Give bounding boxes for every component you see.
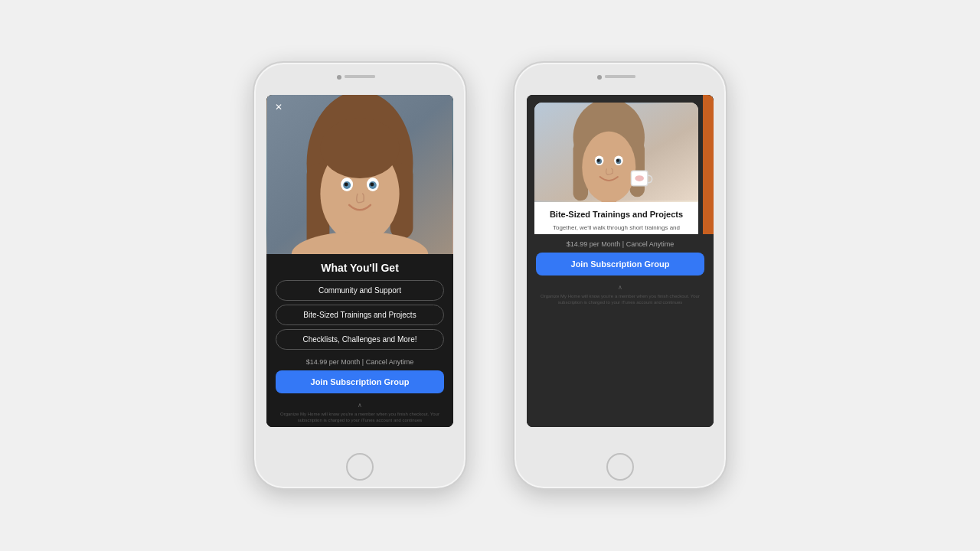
screen2-bottom: $14.99 per Month | Cancel Anytime Join S… (527, 234, 714, 427)
screen2-card-image (534, 103, 698, 202)
phone-screen-1: ✕ (266, 95, 453, 427)
join-button-2[interactable]: Join Subscription Group (536, 253, 704, 276)
screen1-title: What You'll Get (321, 262, 399, 274)
card-title: Bite-Sized Trainings and Projects (542, 210, 691, 219)
close-button-1[interactable]: ✕ (271, 99, 286, 115)
phone-2: Bite-Sized Trainings and Projects Togeth… (513, 61, 727, 490)
chevron-icon-2: ∧ (618, 284, 622, 291)
scene: ✕ (0, 0, 980, 551)
phone-camera-2 (597, 75, 602, 80)
fine-print-1: Organize My Home will know you're a memb… (276, 412, 444, 424)
feature-btn-1[interactable]: Community and Support (276, 280, 444, 301)
phone-speaker-2 (605, 75, 635, 78)
fine-print-2: Organize My Home will know you're a memb… (536, 294, 704, 306)
svg-point-10 (370, 183, 374, 187)
screen2-top-bg: Bite-Sized Trainings and Projects Togeth… (527, 95, 714, 234)
screen2: Bite-Sized Trainings and Projects Togeth… (527, 95, 714, 427)
svg-point-17 (582, 132, 635, 202)
chevron-icon-1: ∧ (358, 402, 362, 409)
svg-point-26 (635, 175, 644, 181)
svg-point-12 (320, 118, 399, 178)
phone-screen-2: Bite-Sized Trainings and Projects Togeth… (527, 95, 714, 427)
face-illustration-1 (266, 95, 453, 254)
price-text-1: $14.99 per Month | Cancel Anytime (306, 358, 413, 366)
phone-home-button-1[interactable] (346, 453, 374, 481)
feature-btn-3[interactable]: Checklists, Challenges and More! (276, 329, 444, 350)
face-illustration-2 (534, 103, 698, 202)
screen1-video: ✕ (266, 95, 453, 254)
card-desc: Together, we'll walk through short train… (542, 223, 691, 234)
screen2-card-body: Bite-Sized Trainings and Projects Togeth… (534, 202, 698, 234)
phone-1: ✕ (253, 61, 467, 490)
svg-rect-24 (602, 201, 616, 202)
screen2-card: Bite-Sized Trainings and Projects Togeth… (534, 103, 698, 234)
svg-point-9 (345, 183, 348, 187)
phone-home-button-2[interactable] (606, 453, 634, 481)
phone-speaker-1 (345, 75, 375, 78)
chevron-area-1: ∧ (358, 396, 362, 410)
join-button-1[interactable]: Join Subscription Group (276, 370, 444, 393)
screen1: ✕ (266, 95, 453, 427)
orange-sidebar (703, 95, 714, 234)
svg-point-23 (616, 159, 619, 162)
feature-btn-2[interactable]: Bite-Sized Trainings and Projects (276, 305, 444, 325)
svg-point-22 (597, 159, 600, 162)
chevron-area-2: ∧ (618, 279, 622, 292)
screen1-content: What You'll Get Community and Support Bi… (266, 254, 453, 427)
phone-camera-1 (337, 75, 341, 80)
price-text-2: $14.99 per Month | Cancel Anytime (567, 240, 674, 248)
